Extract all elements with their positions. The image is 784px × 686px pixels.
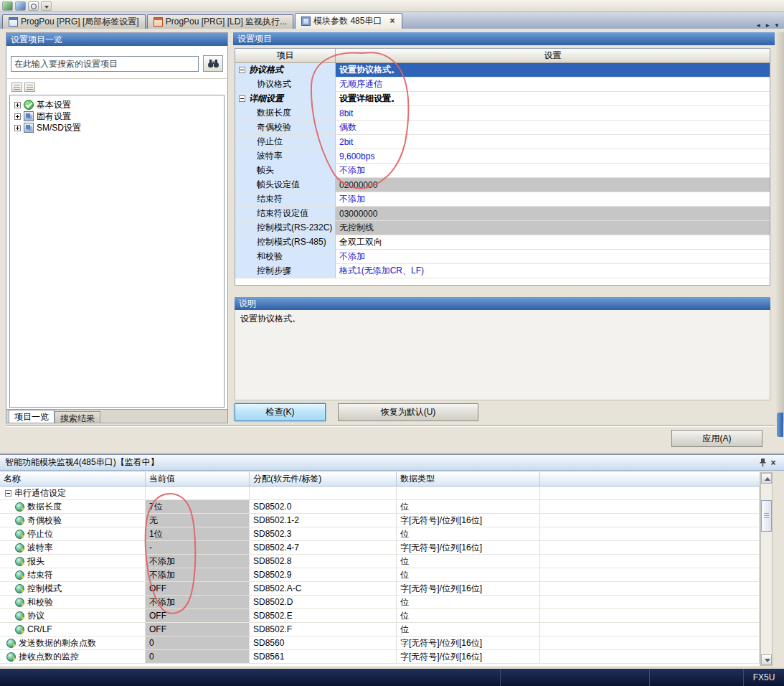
setting-value[interactable]: 格式1(无添加CR、LF) <box>336 264 770 278</box>
monitor-filler-cell <box>540 541 760 554</box>
setting-value[interactable]: 不添加 <box>336 164 770 177</box>
monitor-row[interactable]: CR/LF OFF SD8502.F 位 <box>0 623 760 636</box>
expand-icon[interactable] <box>14 113 21 120</box>
monitor-row[interactable]: 报头 不添加 SD8502.8 位 <box>0 555 760 568</box>
scroll-up-icon[interactable] <box>761 473 772 484</box>
toolbar-icon[interactable] <box>41 1 52 11</box>
tree-item[interactable]: 基本设置 <box>11 99 222 111</box>
collapse-all-icon[interactable] <box>24 83 35 92</box>
expand-all-icon[interactable] <box>11 83 22 92</box>
tree-item[interactable]: 固有设置 <box>11 111 222 122</box>
setting-value[interactable]: 02000000 <box>336 178 770 192</box>
tab-close-icon[interactable]: × <box>388 17 396 25</box>
setting-value[interactable]: 03000000 <box>336 207 770 220</box>
monitor-row[interactable]: 接收点数的监控 0 SD8561 字[无符号]/位列[16位] <box>0 650 760 664</box>
monitor-row[interactable]: 数据长度 7位 SD8502.0 位 <box>0 500 760 514</box>
device-icon <box>15 611 24 621</box>
monitor-item-name-cell: 数据长度 <box>0 500 146 513</box>
setting-value[interactable]: 偶数 <box>336 121 770 134</box>
search-input[interactable] <box>11 56 199 72</box>
collapse-icon[interactable] <box>239 95 245 102</box>
expand-icon[interactable] <box>14 125 21 131</box>
monitor-row[interactable]: 和校验 不添加 SD8502.D 位 <box>0 596 760 609</box>
left-panel-tab[interactable]: 项目一览 <box>9 410 55 423</box>
setting-value[interactable]: 无控制线 <box>336 221 770 235</box>
check-button[interactable]: 检查(K) <box>235 403 326 421</box>
settings-row[interactable]: 停止位 2bit <box>235 135 770 149</box>
tab-list: ProgPou [PRG] [局部标签设置] ProgPou [PRG] [LD… <box>0 12 404 29</box>
setting-value[interactable]: 设置协议格式。 <box>336 63 770 77</box>
settings-row[interactable]: 波特率 9,600bps <box>235 149 770 164</box>
close-icon[interactable]: × <box>768 458 779 468</box>
setting-value[interactable]: 无顺序通信 <box>336 77 770 91</box>
setting-value[interactable]: 设置详细设置。 <box>336 92 770 105</box>
expand-icon[interactable] <box>14 102 21 108</box>
monitor-filler-cell <box>540 636 760 649</box>
scrollbar-thumb[interactable] <box>761 500 772 532</box>
monitor-assignment: SD8502.E <box>250 609 397 622</box>
setting-value[interactable]: 2bit <box>336 135 770 149</box>
setting-value[interactable]: 8bit <box>336 106 770 120</box>
settings-row[interactable]: 帧头 不添加 <box>235 164 770 178</box>
monitor-row[interactable]: 协议 OFF SD8502.E 位 <box>0 609 760 623</box>
collapse-icon[interactable] <box>239 67 245 73</box>
collapse-icon[interactable] <box>5 490 11 497</box>
tree-item[interactable]: SM/SD设置 <box>11 122 222 133</box>
vertical-scrollbar[interactable] <box>760 472 773 666</box>
settings-row[interactable]: 控制模式(RS-485) 全双工双向 <box>235 235 770 250</box>
scroll-tabs-right-icon[interactable]: ► <box>765 22 770 29</box>
setting-value[interactable]: 不添加 <box>336 250 770 263</box>
monitor-item-name-cell: 协议 <box>0 609 146 622</box>
tab-menu-icon[interactable]: ▼ <box>774 22 780 29</box>
settings-table: 项目 设置 协议格式 设置协议格式。 协议格式 <box>235 48 770 286</box>
toolbar-icon[interactable] <box>15 1 26 11</box>
scroll-tabs-left-icon[interactable]: ◄ <box>755 22 761 29</box>
settings-row[interactable]: 详细设置 设置详细设置。 <box>235 92 770 106</box>
settings-row[interactable]: 和校验 不添加 <box>235 250 770 264</box>
monitor-filler-cell <box>540 650 760 663</box>
setting-name: 控制模式(RS-485) <box>257 236 326 248</box>
settings-row[interactable]: 结束符 不添加 <box>235 192 770 207</box>
settings-row[interactable]: 数据长度 8bit <box>235 106 770 121</box>
setting-name-cell: 数据长度 <box>235 106 336 120</box>
device-icon <box>15 557 24 566</box>
monitor-row[interactable]: 停止位 1位 SD8502.3 位 <box>0 527 760 541</box>
pin-icon[interactable] <box>757 458 768 467</box>
setting-value[interactable]: 全双工双向 <box>336 235 770 249</box>
document-tab[interactable]: 模块参数 485串口 × <box>295 13 402 29</box>
monitor-row[interactable]: 奇偶校验 无 SD8502.1-2 字[无符号]/位列[16位] <box>0 514 760 527</box>
settings-row[interactable]: 帧头设定值 02000000 <box>235 178 770 192</box>
monitor-current-value: 不添加 <box>146 596 250 609</box>
settings-row[interactable]: 协议格式 设置协议格式。 <box>235 63 770 77</box>
description-text: 设置协议格式。 <box>235 310 770 400</box>
monitor-row[interactable]: 控制模式 OFF SD8502.A-C 字[无符号]/位列[16位] <box>0 582 760 596</box>
autohide-panel-tab[interactable] <box>777 413 783 437</box>
monitor-assignment: SD8502.0 <box>250 500 397 513</box>
document-tab[interactable]: ProgPou [PRG] [局部标签设置] <box>2 14 146 29</box>
setting-name-cell: 奇偶校验 <box>235 121 336 134</box>
settings-row[interactable]: 协议格式 无顺序通信 <box>235 77 770 92</box>
monitor-row[interactable]: 发送数据的剩余点数 0 SD8560 字[无符号]/位列[16位] <box>0 636 760 650</box>
toolbar-icon[interactable] <box>28 1 39 11</box>
setting-value[interactable]: 不添加 <box>336 192 770 206</box>
apply-button[interactable]: 应用(A) <box>671 430 762 447</box>
restore-default-button[interactable]: 恢复为默认(U) <box>338 403 478 421</box>
document-tabbar: ProgPou [PRG] [局部标签设置] ProgPou [PRG] [LD… <box>0 12 784 29</box>
monitor-data-type: 字[无符号]/位列[16位] <box>397 636 540 649</box>
settings-row[interactable]: 奇偶校验 偶数 <box>235 121 770 135</box>
monitor-row[interactable]: 结束符 不添加 SD8502.9 位 <box>0 568 760 582</box>
left-panel-tab[interactable]: 搜索结果 <box>55 411 100 423</box>
search-button[interactable] <box>203 55 223 72</box>
document-tab[interactable]: ProgPou [PRG] [LD] 监视执行... <box>147 14 293 29</box>
toolbar-icon[interactable] <box>2 1 13 11</box>
monitor-row[interactable]: 波特率 - SD8502.4-7 字[无符号]/位列[16位] <box>0 541 760 555</box>
scroll-down-icon[interactable] <box>761 654 772 665</box>
settings-row[interactable]: 控制模式(RS-232C) 无控制线 <box>235 221 770 235</box>
settings-row[interactable]: 结束符设定值 03000000 <box>235 207 770 221</box>
setting-value[interactable]: 9,600bps <box>336 149 770 163</box>
monitor-assignment: SD8502.9 <box>250 568 397 581</box>
monitor-filler-cell <box>540 500 760 513</box>
settings-row[interactable]: 控制步骤 格式1(无添加CR、LF) <box>235 264 770 278</box>
monitor-row[interactable]: 串行通信设定 <box>0 487 760 500</box>
monitor-data-type: 位 <box>397 609 540 622</box>
